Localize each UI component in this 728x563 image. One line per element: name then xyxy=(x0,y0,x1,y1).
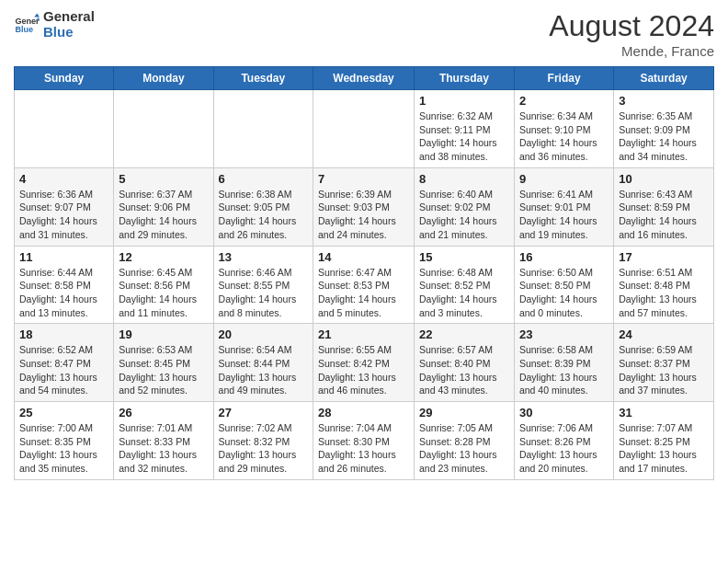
table-row: 5Sunrise: 6:37 AM Sunset: 9:06 PM Daylig… xyxy=(114,167,213,246)
col-tuesday: Tuesday xyxy=(213,67,313,90)
day-number: 7 xyxy=(318,172,409,186)
day-info: Sunrise: 7:02 AM Sunset: 8:32 PM Dayligh… xyxy=(219,421,308,476)
day-info: Sunrise: 6:41 AM Sunset: 9:01 PM Dayligh… xyxy=(519,188,609,242)
day-number: 31 xyxy=(619,406,709,419)
logo-text-general: General xyxy=(43,9,95,25)
day-number: 13 xyxy=(219,250,308,264)
day-info: Sunrise: 7:01 AM Sunset: 8:33 PM Dayligh… xyxy=(119,421,208,476)
col-sunday: Sunday xyxy=(15,67,114,90)
day-info: Sunrise: 6:32 AM Sunset: 9:11 PM Dayligh… xyxy=(419,109,509,164)
day-number: 8 xyxy=(419,172,509,186)
day-info: Sunrise: 7:07 AM Sunset: 8:25 PM Dayligh… xyxy=(619,421,709,476)
calendar-week-row: 4Sunrise: 6:36 AM Sunset: 9:07 PM Daylig… xyxy=(15,167,714,246)
day-info: Sunrise: 6:35 AM Sunset: 9:09 PM Dayligh… xyxy=(619,109,709,164)
table-row: 23Sunrise: 6:58 AM Sunset: 8:39 PM Dayli… xyxy=(514,324,613,402)
day-info: Sunrise: 6:45 AM Sunset: 8:56 PM Dayligh… xyxy=(119,266,208,320)
logo-text-blue: Blue xyxy=(43,25,95,40)
col-friday: Friday xyxy=(514,67,613,90)
calendar-week-row: 11Sunrise: 6:44 AM Sunset: 8:58 PM Dayli… xyxy=(15,246,714,324)
table-row: 29Sunrise: 7:05 AM Sunset: 8:28 PM Dayli… xyxy=(414,402,514,480)
col-wednesday: Wednesday xyxy=(313,67,415,90)
day-number: 14 xyxy=(318,250,409,264)
table-row: 3Sunrise: 6:35 AM Sunset: 9:09 PM Daylig… xyxy=(614,90,714,168)
table-row: 20Sunrise: 6:54 AM Sunset: 8:44 PM Dayli… xyxy=(213,324,313,402)
table-row: 31Sunrise: 7:07 AM Sunset: 8:25 PM Dayli… xyxy=(614,402,714,480)
day-number: 3 xyxy=(619,94,709,108)
table-row xyxy=(15,90,114,168)
day-number: 18 xyxy=(19,327,108,341)
table-row: 17Sunrise: 6:51 AM Sunset: 8:48 PM Dayli… xyxy=(614,246,714,324)
day-number: 22 xyxy=(419,327,509,341)
page: General Blue General Blue August 2024 Me… xyxy=(0,0,728,563)
day-number: 28 xyxy=(318,406,409,419)
day-number: 27 xyxy=(219,406,308,419)
day-number: 12 xyxy=(119,250,208,264)
day-info: Sunrise: 6:48 AM Sunset: 8:52 PM Dayligh… xyxy=(419,266,509,320)
table-row xyxy=(114,90,213,168)
day-number: 11 xyxy=(19,250,108,264)
day-info: Sunrise: 6:34 AM Sunset: 9:10 PM Dayligh… xyxy=(519,109,609,164)
day-info: Sunrise: 6:44 AM Sunset: 8:58 PM Dayligh… xyxy=(19,266,108,320)
day-info: Sunrise: 6:43 AM Sunset: 8:59 PM Dayligh… xyxy=(619,188,709,242)
table-row: 19Sunrise: 6:53 AM Sunset: 8:45 PM Dayli… xyxy=(114,324,213,402)
day-number: 25 xyxy=(19,406,108,419)
day-info: Sunrise: 6:39 AM Sunset: 9:03 PM Dayligh… xyxy=(318,188,409,242)
day-info: Sunrise: 6:50 AM Sunset: 8:50 PM Dayligh… xyxy=(519,266,609,320)
table-row: 28Sunrise: 7:04 AM Sunset: 8:30 PM Dayli… xyxy=(313,402,415,480)
calendar-week-row: 18Sunrise: 6:52 AM Sunset: 8:47 PM Dayli… xyxy=(15,324,714,402)
table-row: 16Sunrise: 6:50 AM Sunset: 8:50 PM Dayli… xyxy=(514,246,613,324)
calendar: Sunday Monday Tuesday Wednesday Thursday… xyxy=(14,66,714,480)
day-info: Sunrise: 7:00 AM Sunset: 8:35 PM Dayligh… xyxy=(19,421,108,476)
day-info: Sunrise: 6:38 AM Sunset: 9:05 PM Dayligh… xyxy=(219,188,308,242)
table-row: 2Sunrise: 6:34 AM Sunset: 9:10 PM Daylig… xyxy=(514,90,613,168)
table-row: 4Sunrise: 6:36 AM Sunset: 9:07 PM Daylig… xyxy=(15,167,114,246)
col-monday: Monday xyxy=(114,67,213,90)
day-info: Sunrise: 6:46 AM Sunset: 8:55 PM Dayligh… xyxy=(219,266,308,320)
day-info: Sunrise: 6:47 AM Sunset: 8:53 PM Dayligh… xyxy=(318,266,409,320)
calendar-header-row: Sunday Monday Tuesday Wednesday Thursday… xyxy=(15,67,714,90)
day-number: 6 xyxy=(219,172,308,186)
col-thursday: Thursday xyxy=(414,67,514,90)
table-row: 30Sunrise: 7:06 AM Sunset: 8:26 PM Dayli… xyxy=(514,402,613,480)
table-row: 12Sunrise: 6:45 AM Sunset: 8:56 PM Dayli… xyxy=(114,246,213,324)
day-number: 16 xyxy=(519,250,609,264)
day-info: Sunrise: 6:37 AM Sunset: 9:06 PM Dayligh… xyxy=(119,188,208,242)
table-row: 24Sunrise: 6:59 AM Sunset: 8:37 PM Dayli… xyxy=(614,324,714,402)
table-row: 21Sunrise: 6:55 AM Sunset: 8:42 PM Dayli… xyxy=(313,324,415,402)
day-number: 24 xyxy=(619,327,709,341)
day-number: 20 xyxy=(219,327,308,341)
calendar-week-row: 25Sunrise: 7:00 AM Sunset: 8:35 PM Dayli… xyxy=(15,402,714,480)
svg-text:Blue: Blue xyxy=(15,25,33,34)
day-number: 19 xyxy=(119,327,208,341)
location: Mende, France xyxy=(549,43,714,59)
table-row: 25Sunrise: 7:00 AM Sunset: 8:35 PM Dayli… xyxy=(15,402,114,480)
day-number: 5 xyxy=(119,172,208,186)
day-number: 9 xyxy=(519,172,609,186)
logo-icon: General Blue xyxy=(14,12,40,38)
table-row: 15Sunrise: 6:48 AM Sunset: 8:52 PM Dayli… xyxy=(414,246,514,324)
day-number: 30 xyxy=(519,406,609,419)
day-info: Sunrise: 6:40 AM Sunset: 9:02 PM Dayligh… xyxy=(419,188,509,242)
day-info: Sunrise: 7:04 AM Sunset: 8:30 PM Dayligh… xyxy=(318,421,409,476)
day-number: 17 xyxy=(619,250,709,264)
table-row: 26Sunrise: 7:01 AM Sunset: 8:33 PM Dayli… xyxy=(114,402,213,480)
table-row: 10Sunrise: 6:43 AM Sunset: 8:59 PM Dayli… xyxy=(614,167,714,246)
day-info: Sunrise: 6:36 AM Sunset: 9:07 PM Dayligh… xyxy=(19,188,108,242)
header: General Blue General Blue August 2024 Me… xyxy=(14,9,714,59)
day-info: Sunrise: 6:52 AM Sunset: 8:47 PM Dayligh… xyxy=(19,343,108,397)
table-row: 11Sunrise: 6:44 AM Sunset: 8:58 PM Dayli… xyxy=(15,246,114,324)
table-row: 27Sunrise: 7:02 AM Sunset: 8:32 PM Dayli… xyxy=(213,402,313,480)
day-info: Sunrise: 7:05 AM Sunset: 8:28 PM Dayligh… xyxy=(419,421,509,476)
day-number: 21 xyxy=(318,327,409,341)
day-number: 15 xyxy=(419,250,509,264)
day-number: 26 xyxy=(119,406,208,419)
day-number: 1 xyxy=(419,94,509,108)
day-info: Sunrise: 6:51 AM Sunset: 8:48 PM Dayligh… xyxy=(619,266,709,320)
day-info: Sunrise: 6:57 AM Sunset: 8:40 PM Dayligh… xyxy=(419,343,509,397)
month-year: August 2024 xyxy=(549,9,714,43)
table-row xyxy=(213,90,313,168)
table-row: 13Sunrise: 6:46 AM Sunset: 8:55 PM Dayli… xyxy=(213,246,313,324)
table-row: 7Sunrise: 6:39 AM Sunset: 9:03 PM Daylig… xyxy=(313,167,415,246)
calendar-week-row: 1Sunrise: 6:32 AM Sunset: 9:11 PM Daylig… xyxy=(15,90,714,168)
svg-marker-2 xyxy=(34,13,40,17)
